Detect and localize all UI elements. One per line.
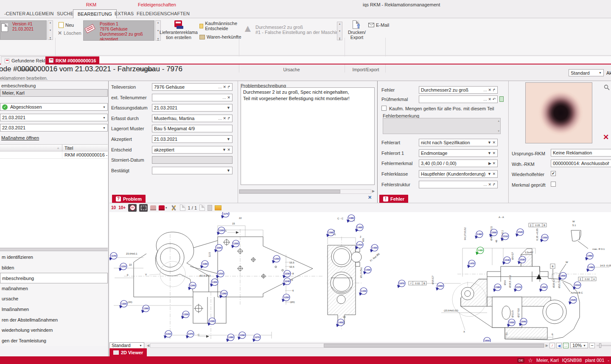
workflow-step[interactable]: m identifizieren [0,252,108,263]
field-fehler[interactable]: Durchmesser2 zu groß… ✕ ↱ [419,86,498,94]
drawing-balloon[interactable]: 1180 [200,260,208,269]
field-controls-icons[interactable]: ▼ ✕ [222,148,230,152]
scroll-end-icon[interactable]: ▾ [157,37,159,40]
field-fehlerart[interactable]: nicht nach Spezifikation▼ ✕ [419,139,498,146]
context-tab-rkm[interactable]: RKM [68,2,115,7]
copy-icon[interactable] [207,205,212,211]
problem-hscrollbar[interactable] [239,189,371,194]
viewer-tab-2d[interactable]: 2D Viewer [109,348,147,356]
workflow-step[interactable]: ren der Abstellmaßnahmen [0,315,108,325]
field-entscheid[interactable]: akzeptiert▼ ✕ [152,146,233,154]
position-item[interactable]: Position 1 7976 Gehäuse Durchmesser2 zu … [83,20,154,41]
field-fehlermerkmal[interactable]: 3,40 (0,00 / 0,00)▶ ✕ [419,160,498,167]
problem-textarea[interactable]: Durchmesser 2 ist zu groß, Spec nicht ei… [241,87,375,185]
massnahme-link[interactable]: Maßnahme öffnen [1,135,39,140]
date-from-select[interactable]: 21.03.2021▼ [0,114,108,121]
drawing-balloon[interactable]: 1250 [282,294,290,302]
zoom-select[interactable]: 10%▼ [570,342,588,348]
drawing-balloon[interactable]: 1220 [272,255,280,263]
field-teileversion[interactable]: 7976 Gehäuse… ✕ ↱ [152,83,233,91]
zoom-slider[interactable] [597,345,611,346]
neu-button[interactable]: Neu [59,22,74,28]
drawing-balloon[interactable]: 1390 [326,229,334,237]
drawing-balloon[interactable]: 1210 [216,270,224,278]
ursprung-field[interactable]: Keine Reklamation [551,149,611,157]
zoom-out-button[interactable]: − [589,343,595,348]
drawing-balloon[interactable]: 1660 [436,283,444,291]
field-controls-icons[interactable]: … ✕ [222,95,230,100]
scroll-up-icon[interactable]: ▴ [157,21,159,24]
table-header[interactable]: ▵ Titel [0,144,108,151]
drawing-balloon[interactable]: 1410 [355,241,363,249]
drawing-balloon[interactable]: 1170 [221,212,229,218]
lieferantenreklamation-button[interactable]: Lieferantenreklamation erstellen [160,20,198,40]
show-10plus-button[interactable]: 10+ [118,205,126,210]
wdh-field[interactable]: 0000000014: Anschlussbohrung zu [551,160,611,167]
fehlerbemerkung-textarea[interactable]: ▴ ▾ [383,118,501,134]
drawing-balloon[interactable]: 1560 [585,252,593,260]
scroll-up-icon[interactable]: ▴ [498,119,499,123]
field-fehlerklasse[interactable]: Hauptfehler (Kundenforderung)▼ ✕ [419,170,498,178]
scroll-left-icon[interactable]: ◀ [147,344,149,347]
workflow-step[interactable]: gen der Teamleistung [0,336,108,346]
kaufm-mengen-checkbox[interactable] [381,106,387,111]
drawing-balloon[interactable]: 1320 [119,300,127,308]
doc-tab-rkm[interactable]: RKM #0000000016 [45,56,99,64]
workflow-step[interactable]: lmaßnahmen [0,304,108,315]
field-controls-icons[interactable]: ▼ ✕ [488,151,496,155]
field-ext-teilenummer[interactable]: … ✕ [152,94,233,101]
wiederhol-checkbox[interactable]: ✔ [551,171,556,176]
drawing-balloon[interactable]: 1540 [502,257,510,265]
scroll-end-icon[interactable]: ▾ [339,36,340,40]
fit-view-button[interactable]: ⛶ [563,343,569,348]
drawing-balloon[interactable]: 1290 [238,332,246,340]
field-fehlerort-1[interactable]: Endmontage▼ ✕ [419,149,498,157]
magnifier-icon[interactable] [604,84,610,90]
scroll-down-icon[interactable]: ▾ [498,129,499,133]
panel-close-icon[interactable]: ✕ [368,195,372,200]
tools-button[interactable] [170,204,177,212]
loeschen-button[interactable]: ✕ Löschen [58,30,81,36]
merkmal-checkbox[interactable] [551,182,556,187]
field-controls-icons[interactable]: ▼ ✕ [488,172,496,176]
workflow-step[interactable]: mbeschreibung [0,273,108,283]
field-pr-fmerkmal[interactable]: … ✕ ↶ [419,95,498,103]
field-controls-icons[interactable]: … ✕ ↱ [483,182,496,187]
email-button[interactable]: E-Mail [368,22,389,28]
drawing-balloon[interactable]: 1550 [540,234,548,242]
drawing-balloon[interactable]: 1380 [347,215,355,223]
field-storniert-datum[interactable] [152,156,233,164]
drawing-balloon[interactable]: 1310 [164,330,172,339]
note-sheet-icon[interactable] [499,96,504,102]
drawing-balloon[interactable]: 1240 [283,278,291,286]
star-icon[interactable]: ☆ [528,357,533,364]
scroll-down-icon[interactable]: ▾ [157,29,159,32]
field-controls-icons[interactable]: ▶ ✕ [488,161,496,165]
panel-splitter[interactable] [0,248,108,251]
drawing-balloon[interactable]: 1430 [363,266,371,274]
stamp-region-button[interactable] [139,204,148,212]
back-arrow-button[interactable]: ◀ [556,343,562,348]
image-overlay-icon[interactable] [215,205,221,210]
viewer-layout-select[interactable]: Standard▼ [109,342,144,349]
field-controls-icons[interactable]: ▼ [227,137,230,141]
next-page-icon[interactable] [199,204,205,211]
drawing-balloon[interactable]: 1370 [186,330,194,339]
drawing-balloon[interactable]: 1520 [516,229,524,237]
drawing-balloon[interactable]: 1140 [109,252,117,260]
viewer-hscrollbar[interactable] [150,343,544,348]
scroll-up-icon[interactable]: ▴ [339,22,340,25]
field-lagerort-muster[interactable]: Bau 5 Megamat 4/9 [152,125,233,132]
workflow-step[interactable]: maßnahmen [0,283,108,294]
scroll-right-icon[interactable]: ▶ [372,189,375,193]
owner-field[interactable]: Meier, Karl [0,89,108,97]
field-controls-icons[interactable]: ▼ ✕ [488,140,496,145]
drawing-balloon[interactable]: 1150 [119,263,127,271]
version-scrollbar[interactable]: ▴ ▾ ▾ [48,20,53,40]
scroll-end-icon[interactable]: ▾ [50,36,51,39]
fehler-tab[interactable]: ! Fehler [379,195,408,203]
drawing-balloon[interactable]: 1230 [283,270,291,278]
status-select[interactable]: ✓ Abgeschlossen ▼ [0,103,108,111]
ursache-item[interactable]: Durchmesser2 zu groß #1 - Falsche Einste… [255,25,341,35]
scroll-down-icon[interactable]: ▾ [339,29,340,32]
